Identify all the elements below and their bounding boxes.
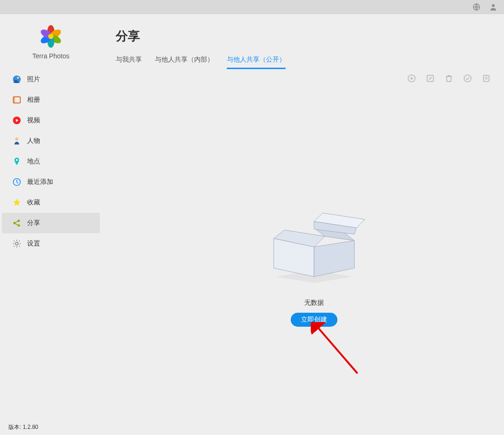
more-icon[interactable] [482,74,491,83]
sidebar-item-people[interactable]: 人物 [2,131,100,151]
add-icon[interactable] [407,74,416,83]
video-icon [12,116,21,125]
page-title: 分享 [116,28,490,44]
app-title: Terra Photos [0,52,102,60]
svg-point-18 [15,138,19,141]
sidebar: Terra Photos 照片 相册 视频 [0,14,102,435]
empty-text: 无数据 [258,299,370,307]
empty-state: 无数据 立即创建 [258,196,370,327]
top-bar [0,0,504,14]
favorite-icon [12,198,21,207]
sidebar-item-label: 最近添加 [27,178,53,186]
svg-point-1 [492,4,495,7]
svg-point-24 [15,242,18,245]
empty-box-icon [258,196,370,289]
sidebar-item-label: 视频 [27,116,40,125]
svg-line-37 [316,326,357,373]
sidebar-item-share[interactable]: 分享 [2,213,100,233]
svg-point-19 [16,159,18,161]
app-logo-icon [38,23,64,49]
annotation-arrow-icon [311,322,367,378]
create-button[interactable]: 立即创建 [291,313,337,327]
sidebar-item-videos[interactable]: 视频 [2,110,100,131]
svg-point-27 [464,75,471,82]
toolbar [407,74,491,83]
sidebar-nav: 照片 相册 视频 人物 [0,69,102,254]
main-content: 分享 与我共享 与他人共享（内部） 与他人共享（公开） [102,14,504,435]
version-label: 版本: 1.2.80 [8,423,38,431]
sidebar-item-label: 收藏 [27,198,40,207]
svg-point-21 [14,222,16,225]
people-icon [12,136,21,146]
tab-shared-internal[interactable]: 与他人共享（内部） [155,56,214,69]
sidebar-item-recent[interactable]: 最近添加 [2,172,100,192]
tab-shared-with-me[interactable]: 与我共享 [116,56,142,69]
sidebar-item-label: 相册 [27,96,40,104]
svg-point-23 [18,225,20,227]
sidebar-item-photos[interactable]: 照片 [2,69,100,90]
svg-marker-33 [314,240,354,276]
sidebar-item-albums[interactable]: 相册 [2,90,100,110]
sidebar-item-favorites[interactable]: 收藏 [2,192,100,213]
share-icon [12,218,21,228]
svg-point-13 [14,98,14,99]
sidebar-item-label: 地点 [27,157,40,166]
svg-point-8 [48,34,53,39]
user-icon[interactable] [489,3,497,11]
sidebar-item-settings[interactable]: 设置 [2,233,100,254]
svg-point-15 [14,101,14,102]
svg-point-22 [18,220,20,222]
sidebar-item-places[interactable]: 地点 [2,151,100,172]
svg-point-14 [14,99,14,100]
photo-icon [12,75,21,84]
tab-shared-public[interactable]: 与他人共享（公开） [227,56,286,69]
edit-icon[interactable] [426,74,435,83]
settings-icon [12,239,21,248]
globe-icon[interactable] [472,3,481,11]
location-icon [12,157,21,166]
delete-icon[interactable] [444,74,454,83]
svg-point-10 [17,77,19,79]
check-icon[interactable] [463,74,472,83]
sidebar-item-label: 人物 [27,137,40,145]
sidebar-item-label: 设置 [27,239,40,248]
sidebar-item-label: 分享 [27,219,40,227]
album-icon [12,95,21,105]
app-logo-block: Terra Photos [0,23,102,60]
tabs: 与我共享 与他人共享（内部） 与他人共享（公开） [116,56,490,69]
recent-icon [12,177,21,187]
sidebar-item-label: 照片 [27,75,40,84]
